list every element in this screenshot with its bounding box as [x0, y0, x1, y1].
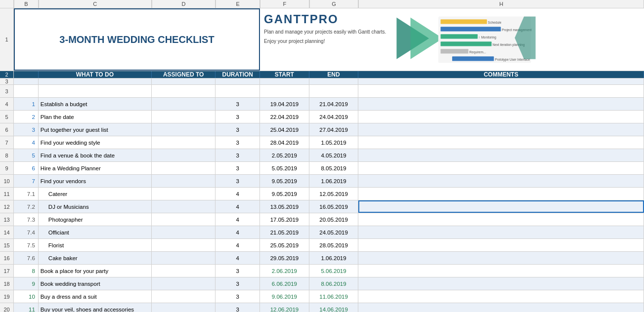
cell-19-comment[interactable]: [358, 290, 644, 303]
cell-4-num[interactable]: 1: [14, 98, 39, 110]
cell-3-num[interactable]: [14, 85, 39, 97]
cell-20-assigned[interactable]: [152, 303, 216, 312]
cell-12-start[interactable]: 13.05.2019: [260, 200, 309, 213]
cell-7-duration[interactable]: 3: [215, 136, 260, 149]
cell-6-num[interactable]: 3: [14, 123, 39, 136]
cell-6-duration[interactable]: 3: [215, 123, 260, 136]
cell-7-num[interactable]: 4: [14, 136, 39, 149]
cell-18-comment[interactable]: [358, 277, 644, 290]
cell-19-assigned[interactable]: [152, 290, 216, 303]
cell-10-comment[interactable]: [358, 175, 644, 187]
cell-17-duration[interactable]: 3: [215, 265, 260, 277]
cell-7-end[interactable]: 1.05.2019: [309, 136, 359, 149]
cell-18-end[interactable]: 8.06.2019: [309, 277, 359, 290]
cell-12-duration[interactable]: 4: [215, 200, 260, 213]
cell-10-duration[interactable]: 3: [215, 175, 260, 187]
cell-3-b[interactable]: [14, 78, 39, 84]
cell-4-task[interactable]: Establish a budget: [39, 98, 152, 110]
cell-20-end[interactable]: 14.06.2019: [309, 303, 359, 312]
cell-3-d[interactable]: [152, 78, 216, 84]
cell-3-h[interactable]: [358, 78, 644, 84]
cell-8-num[interactable]: 5: [14, 149, 39, 161]
cell-9-start[interactable]: 5.05.2019: [260, 162, 309, 174]
cell-8-task[interactable]: Find a venue & book the date: [39, 149, 152, 161]
cell-5-duration[interactable]: 3: [215, 111, 260, 123]
cell-8-start[interactable]: 2.05.2019: [260, 149, 309, 161]
cell-13-start[interactable]: 17.05.2019: [260, 213, 309, 226]
cell-13-task[interactable]: Photographer: [39, 213, 152, 226]
cell-5-start[interactable]: 22.04.2019: [260, 111, 309, 123]
cell-7-assigned[interactable]: [152, 136, 216, 149]
cell-8-comment[interactable]: [358, 149, 644, 161]
cell-3-assigned[interactable]: [152, 85, 216, 97]
cell-11-task[interactable]: Caterer: [39, 188, 152, 200]
cell-6-end[interactable]: 27.04.2019: [309, 123, 359, 136]
cell-13-duration[interactable]: 4: [215, 213, 260, 226]
cell-20-num[interactable]: 11: [14, 303, 39, 312]
cell-3-start[interactable]: [260, 85, 309, 97]
cell-6-task[interactable]: Put together your guest list: [39, 123, 152, 136]
cell-19-duration[interactable]: 3: [215, 290, 260, 303]
cell-18-duration[interactable]: 3: [215, 277, 260, 290]
cell-18-start[interactable]: 6.06.2019: [260, 277, 309, 290]
cell-16-comment[interactable]: [358, 252, 644, 264]
cell-11-assigned[interactable]: [152, 188, 216, 200]
cell-3-e[interactable]: [215, 78, 260, 84]
cell-10-end[interactable]: 1.06.2019: [309, 175, 359, 187]
cell-12-num[interactable]: 7.2: [14, 200, 39, 213]
cell-15-end[interactable]: 28.05.2019: [309, 239, 359, 251]
cell-13-assigned[interactable]: [152, 213, 216, 226]
cell-11-num[interactable]: 7.1: [14, 188, 39, 200]
cell-18-num[interactable]: 9: [14, 277, 39, 290]
cell-16-end[interactable]: 1.06.2019: [309, 252, 359, 264]
cell-3-end[interactable]: [309, 85, 359, 97]
cell-8-assigned[interactable]: [152, 149, 216, 161]
cell-4-assigned[interactable]: [152, 98, 216, 110]
cell-7-task[interactable]: Find your wedding style: [39, 136, 152, 149]
cell-9-duration[interactable]: 3: [215, 162, 260, 174]
cell-17-task[interactable]: Book a place for your party: [39, 265, 152, 277]
cell-9-assigned[interactable]: [152, 162, 216, 174]
cell-3-f[interactable]: [260, 78, 309, 84]
cell-12-task[interactable]: DJ or Musicians: [39, 200, 152, 213]
cell-16-num[interactable]: 7.6: [14, 252, 39, 264]
cell-19-end[interactable]: 11.06.2019: [309, 290, 359, 303]
cell-16-start[interactable]: 29.05.2019: [260, 252, 309, 264]
cell-14-start[interactable]: 21.05.2019: [260, 226, 309, 238]
cell-5-task[interactable]: Plan the date: [39, 111, 152, 123]
cell-9-num[interactable]: 6: [14, 162, 39, 174]
cell-18-task[interactable]: Book wedding transport: [39, 277, 152, 290]
cell-20-comment[interactable]: [358, 303, 644, 312]
cell-14-end[interactable]: 24.05.2019: [309, 226, 359, 238]
cell-8-duration[interactable]: 3: [215, 149, 260, 161]
cell-15-num[interactable]: 7.5: [14, 239, 39, 251]
cell-14-num[interactable]: 7.4: [14, 226, 39, 238]
cell-14-duration[interactable]: 4: [215, 226, 260, 238]
cell-10-num[interactable]: 7: [14, 175, 39, 187]
cell-20-start[interactable]: 12.06.2019: [260, 303, 309, 312]
cell-19-task[interactable]: Buy a dress and a suit: [39, 290, 152, 303]
cell-17-assigned[interactable]: [152, 265, 216, 277]
cell-7-start[interactable]: 28.04.2019: [260, 136, 309, 149]
cell-13-comment[interactable]: [358, 213, 644, 226]
cell-14-assigned[interactable]: [152, 226, 216, 238]
cell-5-num[interactable]: 2: [14, 111, 39, 123]
cell-3-task[interactable]: [39, 85, 152, 97]
cell-11-comment[interactable]: [358, 188, 644, 200]
cell-4-comment[interactable]: [358, 98, 644, 110]
cell-3-comment[interactable]: [358, 85, 644, 97]
cell-12-end[interactable]: 16.05.2019: [309, 200, 359, 213]
cell-15-start[interactable]: 25.05.2019: [260, 239, 309, 251]
cell-5-comment[interactable]: [358, 111, 644, 123]
cell-4-end[interactable]: 21.04.2019: [309, 98, 359, 110]
cell-15-assigned[interactable]: [152, 239, 216, 251]
cell-10-assigned[interactable]: [152, 175, 216, 187]
cell-3-c[interactable]: [39, 78, 152, 84]
cell-3-duration[interactable]: [215, 85, 260, 97]
cell-9-task[interactable]: Hire a Wedding Planner: [39, 162, 152, 174]
cell-9-end[interactable]: 8.05.2019: [309, 162, 359, 174]
cell-17-start[interactable]: 2.06.2019: [260, 265, 309, 277]
cell-16-duration[interactable]: 4: [215, 252, 260, 264]
cell-14-task[interactable]: Officiant: [39, 226, 152, 238]
cell-10-start[interactable]: 9.05.2019: [260, 175, 309, 187]
